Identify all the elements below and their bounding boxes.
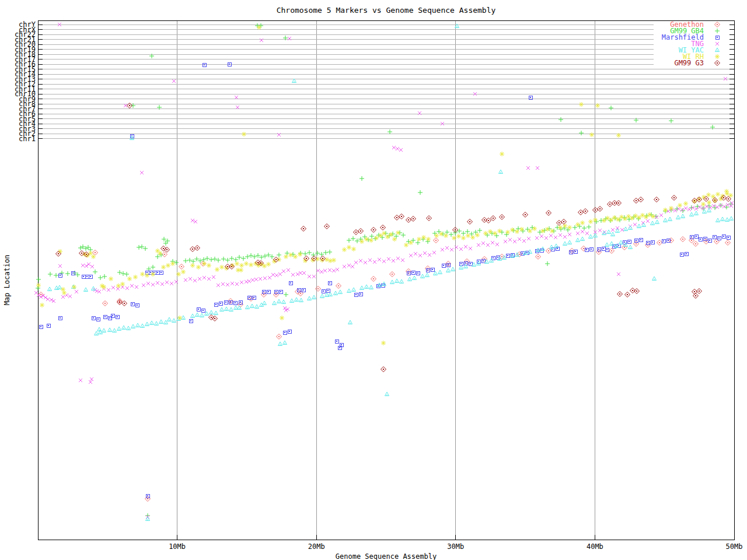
x-tick-label: 40Mb — [587, 542, 603, 551]
x-axis-title: Genome Sequence Assembly — [38, 552, 734, 560]
series-points-genethon — [39, 237, 731, 502]
chart-screenshot: chrYchrXchr22chr21chr20chr19chr18chr17ch… — [0, 0, 747, 560]
chart-title: Chromosome 5 Markers vs Genome Sequence … — [38, 6, 734, 15]
x-tick-label: 20Mb — [308, 542, 325, 551]
series-points-gm99-gb4 — [36, 23, 733, 518]
legend-marker-asterisk — [715, 54, 720, 59]
legend: GenethonGM99 GB4MarshfieldTNGWI YACWI RH… — [654, 20, 729, 67]
series-points-marshfield — [39, 62, 730, 498]
x-tick-label: 30Mb — [447, 542, 464, 551]
gridlines — [38, 20, 734, 540]
chromosome-labels: chrYchrXchr22chr21chr20chr19chr18chr17ch… — [15, 20, 36, 143]
series-points-tng — [34, 23, 734, 519]
axes — [38, 20, 734, 540]
x-tick-labels: 10Mb20Mb30Mb40Mb50Mb — [169, 542, 742, 551]
y-axis-title: Map Location — [3, 255, 11, 306]
series-points-wi-rh — [36, 25, 733, 345]
y-tick-label: chr1 — [19, 135, 36, 143]
x-tick-label: 10Mb — [169, 542, 186, 551]
series-points-gm99-g3 — [56, 103, 731, 372]
scatter-plot-canvas: chrYchrXchr22chr21chr20chr19chr18chr17ch… — [0, 0, 747, 560]
legend-label-gm99-g3: GM99 G3 — [674, 59, 704, 67]
x-tick-label: 50Mb — [726, 542, 743, 551]
